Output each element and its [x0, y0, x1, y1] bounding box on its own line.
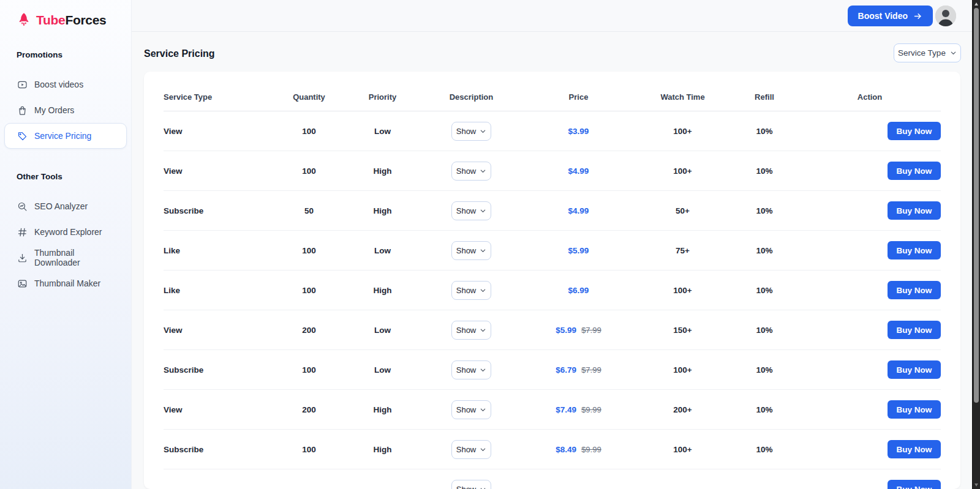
buy-now-button[interactable]: Buy Now — [888, 321, 941, 339]
sidebar-item-seo-analyzer[interactable]: SEO Analyzer — [4, 193, 127, 219]
chevron-down-icon — [480, 287, 486, 294]
sidebar: TubeForces Promotions Boost videos My Or… — [0, 0, 132, 489]
show-label: Show — [456, 286, 477, 295]
cell-priority: Low — [344, 127, 421, 136]
table-row: Subscribe 100 Low Show $6.79 $7.99 100+ … — [164, 350, 941, 390]
description-show-dropdown[interactable]: Show — [451, 360, 491, 379]
description-show-dropdown[interactable]: Show — [451, 162, 491, 181]
service-type-filter-dropdown[interactable]: Service Type — [894, 43, 961, 62]
current-price: $6.99 — [568, 286, 589, 295]
cell-priority: High — [344, 445, 421, 454]
brand-name: TubeForces — [36, 13, 106, 28]
cell-priority: Low — [344, 365, 421, 375]
description-show-dropdown[interactable]: Show — [451, 241, 491, 260]
cell-action: Buy Now — [799, 360, 941, 379]
sidebar-item-thumbnail-downloader[interactable]: Thumbnail Downloader — [4, 245, 127, 271]
cell-priority: Low — [344, 246, 421, 255]
cell-refill: 10% — [730, 246, 799, 255]
price-tag-icon — [17, 131, 28, 141]
column-header-quantity: Quantity — [274, 92, 344, 102]
table-header-row: Service Type Quantity Priority Descripti… — [164, 83, 941, 111]
cell-priority: High — [344, 206, 421, 215]
chevron-down-icon — [480, 446, 486, 453]
buy-now-button[interactable]: Buy Now — [888, 162, 941, 180]
description-show-dropdown[interactable]: Show — [451, 440, 491, 459]
buy-now-button[interactable]: Buy Now — [888, 201, 941, 220]
cell-service-type: Subscribe — [164, 365, 274, 375]
cell-action: Buy Now — [799, 480, 941, 489]
cell-price: $4.99 — [522, 166, 635, 176]
sidebar-item-service-pricing[interactable]: Service Pricing — [4, 123, 127, 149]
buy-now-button[interactable]: Buy Now — [888, 360, 941, 379]
sidebar-item-boost-videos[interactable]: Boost videos — [4, 72, 127, 97]
cell-refill: 10% — [730, 445, 799, 454]
scrollbar-thumb[interactable] — [974, 8, 979, 403]
cell-quantity: 100 — [274, 286, 344, 295]
cell-description: Show — [421, 360, 522, 379]
buy-now-button[interactable]: Buy Now — [888, 241, 941, 259]
brand-logo[interactable]: TubeForces — [0, 0, 131, 28]
column-header-price: Price — [522, 92, 635, 102]
buy-now-button[interactable]: Buy Now — [888, 440, 941, 458]
hashtag-icon — [17, 227, 28, 237]
cell-service-type: Subscribe — [164, 206, 274, 215]
cell-action: Buy Now — [799, 400, 941, 419]
cell-description: Show — [421, 162, 522, 181]
cell-refill: 10% — [730, 127, 799, 136]
other-tools-nav: SEO Analyzer Keyword Explorer Thumbnail … — [0, 193, 131, 296]
user-avatar[interactable] — [935, 6, 956, 26]
sidebar-item-label: Keyword Explorer — [34, 227, 102, 237]
column-header-watch-time: Watch Time — [635, 92, 730, 102]
cell-quantity: 100 — [274, 246, 344, 255]
pricing-table-card: Service Type Quantity Priority Descripti… — [144, 72, 960, 489]
sidebar-item-my-orders[interactable]: My Orders — [4, 97, 127, 123]
cell-action: Buy Now — [799, 321, 941, 339]
scroll-up-arrow-icon[interactable] — [974, 2, 978, 6]
description-show-dropdown[interactable]: Show — [451, 321, 491, 340]
boost-video-button[interactable]: Boost Video — [848, 6, 933, 26]
column-header-refill: Refill — [730, 92, 799, 102]
video-play-icon — [17, 80, 28, 90]
description-show-dropdown[interactable]: Show — [451, 480, 491, 489]
sidebar-section-promotions: Promotions — [17, 50, 131, 59]
chevron-down-icon — [480, 247, 486, 254]
shopping-bag-icon — [17, 105, 28, 116]
cell-quantity: 100 — [274, 166, 344, 176]
show-label: Show — [456, 485, 477, 489]
column-header-priority: Priority — [344, 92, 421, 102]
arrow-right-icon — [913, 12, 922, 21]
page-title: Service Pricing — [144, 48, 215, 59]
cell-priority: High — [344, 166, 421, 176]
pricing-table: Service Type Quantity Priority Descripti… — [144, 72, 960, 489]
page-scrollbar[interactable] — [972, 0, 980, 489]
cell-refill: 10% — [730, 166, 799, 176]
current-price: $8.49 — [556, 445, 576, 454]
topbar: Boost Video — [132, 0, 972, 32]
cell-priority: Low — [344, 326, 421, 335]
sidebar-item-thumbnail-maker[interactable]: Thumbnail Maker — [4, 271, 127, 296]
sidebar-item-keyword-explorer[interactable]: Keyword Explorer — [4, 219, 127, 245]
original-price: $9.99 — [581, 445, 601, 454]
cell-description: Show — [421, 321, 522, 340]
current-price: $4.99 — [568, 166, 589, 176]
cell-watch-time: 200+ — [635, 405, 730, 414]
buy-now-button[interactable]: Buy Now — [888, 122, 941, 140]
buy-now-button[interactable]: Buy Now — [888, 400, 941, 419]
original-price: $7.99 — [581, 365, 601, 375]
cell-price: $4.99 — [522, 206, 635, 215]
description-show-dropdown[interactable]: Show — [451, 400, 491, 419]
buy-now-button[interactable]: Buy Now — [888, 480, 941, 489]
buy-now-button[interactable]: Buy Now — [888, 281, 941, 299]
cell-price: $6.99 — [522, 286, 635, 295]
scroll-down-arrow-icon[interactable] — [974, 483, 978, 487]
cell-quantity: 100 — [274, 127, 344, 136]
cell-price: $5.99 $7.99 — [522, 326, 635, 335]
cell-refill: 10% — [730, 365, 799, 375]
image-icon — [17, 278, 28, 289]
description-show-dropdown[interactable]: Show — [451, 281, 491, 300]
cell-service-type: View — [164, 405, 274, 414]
cell-watch-time: 100+ — [635, 445, 730, 454]
cell-quantity: 100 — [274, 365, 344, 375]
description-show-dropdown[interactable]: Show — [451, 201, 491, 220]
description-show-dropdown[interactable]: Show — [451, 122, 491, 141]
